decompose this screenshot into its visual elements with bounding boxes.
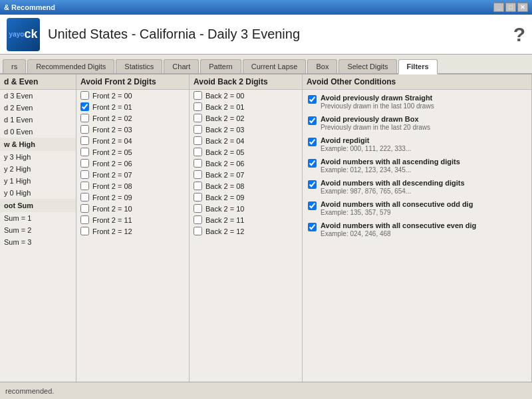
back2-03-checkbox[interactable] (194, 125, 202, 134)
back2-05-checkbox[interactable] (194, 148, 202, 156)
back2-08-checkbox[interactable] (194, 182, 202, 190)
status-text: recommended. (5, 387, 54, 395)
front2-09[interactable]: Front 2 = 09 (76, 192, 189, 203)
back2-09-checkbox[interactable] (194, 193, 202, 201)
back2-05[interactable]: Back 2 = 05 (190, 146, 302, 158)
list-item: y 1 High (0, 175, 76, 187)
avoid-descending-checkbox[interactable] (308, 180, 317, 189)
tab-recommended-digits[interactable]: Recommended Digits (27, 59, 114, 73)
avoid-repdigit: Avoid repdigit Example: 000, 111, 222, 3… (308, 136, 526, 152)
back2-01[interactable]: Back 2 = 01 (190, 101, 302, 112)
avoid-ascending-checkbox[interactable] (308, 159, 317, 168)
back2-07[interactable]: Back 2 = 07 (190, 169, 302, 180)
back2-12-checkbox[interactable] (194, 227, 202, 235)
front2-07-checkbox[interactable] (80, 170, 89, 179)
avoid-repdigit-label: Avoid repdigit (321, 136, 411, 144)
help-icon[interactable]: ? (513, 23, 525, 46)
front2-08[interactable]: Front 2 = 08 (76, 180, 189, 192)
maximize-button[interactable]: □ (505, 3, 516, 12)
back2-04[interactable]: Back 2 = 04 (190, 135, 302, 146)
front2-03[interactable]: Front 2 = 03 (76, 124, 189, 135)
back2-10-checkbox[interactable] (194, 204, 202, 213)
col-front2: Avoid Front 2 Digits Front 2 = 00 Front … (76, 74, 190, 382)
avoid-descending: Avoid numbers with all descending digits… (308, 179, 526, 195)
front2-04[interactable]: Front 2 = 04 (76, 135, 189, 146)
list-item: d 1 Even (0, 114, 76, 126)
tab-pattern[interactable]: Pattern (200, 59, 241, 73)
list-item: d 0 Even (0, 126, 76, 138)
front2-02[interactable]: Front 2 = 02 (76, 112, 189, 124)
back2-00-checkbox[interactable] (194, 91, 202, 100)
col3-header: Avoid Back 2 Digits (190, 74, 302, 90)
back2-00[interactable]: Back 2 = 00 (190, 90, 302, 101)
avoid-consec-odd-label: Avoid numbers with all consecutive odd d… (321, 200, 473, 208)
back2-04-checkbox[interactable] (194, 136, 202, 145)
back2-02-checkbox[interactable] (194, 114, 202, 122)
tab-filters[interactable]: Filters (398, 59, 438, 74)
avoid-descending-label: Avoid numbers with all descending digits (321, 179, 465, 187)
front2-00[interactable]: Front 2 = 00 (76, 90, 189, 101)
front2-12[interactable]: Front 2 = 12 (76, 225, 189, 237)
avoid-descending-desc: Example: 987, 876, 765, 654... (321, 188, 465, 195)
front2-03-checkbox[interactable] (80, 125, 89, 134)
list-item: Sum = 1 (0, 212, 76, 224)
back2-06-checkbox[interactable] (194, 159, 202, 168)
tab-box[interactable]: Box (307, 59, 337, 73)
back2-06[interactable]: Back 2 = 06 (190, 158, 302, 169)
back2-11-checkbox[interactable] (194, 215, 202, 224)
front2-04-checkbox[interactable] (80, 136, 89, 145)
back2-03[interactable]: Back 2 = 03 (190, 124, 302, 135)
front2-01-checkbox[interactable] (80, 102, 89, 111)
minimize-button[interactable]: _ (493, 3, 504, 12)
close-button[interactable]: ✕ (517, 3, 528, 12)
front2-11-checkbox[interactable] (80, 215, 89, 224)
tab-select-digits[interactable]: Select Digits (338, 59, 396, 73)
front2-02-checkbox[interactable] (80, 114, 89, 122)
back2-11[interactable]: Back 2 = 11 (190, 214, 302, 225)
avoid-consec-even-desc: Example: 024, 246, 468 (321, 230, 476, 237)
front2-11[interactable]: Front 2 = 11 (76, 214, 189, 225)
avoid-consec-even-label: Avoid numbers with all consecutive even … (321, 221, 476, 229)
avoid-repdigit-desc: Example: 000, 111, 222, 333... (321, 145, 411, 152)
avoid-ascending: Avoid numbers with all ascending digits … (308, 158, 526, 174)
tab-statistics[interactable]: Statistics (116, 59, 162, 73)
front2-05-checkbox[interactable] (80, 148, 89, 156)
avoid-box-checkbox[interactable] (308, 116, 317, 125)
avoid-straight: Avoid previously drawn Straight Previous… (308, 94, 526, 110)
avoid-straight-checkbox[interactable] (308, 95, 317, 104)
list-item: Sum = 2 (0, 224, 76, 236)
front2-06-checkbox[interactable] (80, 159, 89, 168)
col-back2: Avoid Back 2 Digits Back 2 = 00 Back 2 =… (190, 74, 303, 382)
back2-08[interactable]: Back 2 = 08 (190, 180, 302, 192)
tab-chart[interactable]: Chart (164, 59, 199, 73)
front2-05[interactable]: Front 2 = 05 (76, 146, 189, 158)
front2-07[interactable]: Front 2 = 07 (76, 169, 189, 180)
front2-10-checkbox[interactable] (80, 204, 89, 213)
avoid-box: Avoid previously drawn Box Previously dr… (308, 115, 526, 131)
front2-08-checkbox[interactable] (80, 182, 89, 190)
back2-07-checkbox[interactable] (194, 170, 202, 179)
tab-rs[interactable]: rs (3, 59, 26, 73)
avoid-consec-odd: Avoid numbers with all consecutive odd d… (308, 200, 526, 216)
front2-09-checkbox[interactable] (80, 193, 89, 201)
col1-subheader-sum: oot Sum (0, 199, 76, 212)
front2-12-checkbox[interactable] (80, 227, 89, 235)
front2-06[interactable]: Front 2 = 06 (76, 158, 189, 169)
avoid-consec-even-checkbox[interactable] (308, 223, 317, 231)
tab-current-lapse[interactable]: Current Lapse (243, 59, 307, 73)
back2-09[interactable]: Back 2 = 09 (190, 192, 302, 203)
back2-10[interactable]: Back 2 = 10 (190, 203, 302, 214)
avoid-consec-odd-checkbox[interactable] (308, 201, 317, 210)
back2-02[interactable]: Back 2 = 02 (190, 112, 302, 124)
avoid-repdigit-checkbox[interactable] (308, 138, 317, 146)
list-item: d 2 Even (0, 102, 76, 114)
avoid-section: Avoid previously drawn Straight Previous… (303, 90, 531, 247)
back2-01-checkbox[interactable] (194, 102, 202, 111)
tab-bar: rs Recommended Digits Statistics Chart P… (0, 55, 532, 74)
front2-00-checkbox[interactable] (80, 91, 89, 100)
app-logo: yayo ck (7, 18, 40, 51)
back2-12[interactable]: Back 2 = 12 (190, 225, 302, 237)
avoid-ascending-label: Avoid numbers with all ascending digits (321, 158, 460, 166)
front2-10[interactable]: Front 2 = 10 (76, 203, 189, 214)
front2-01[interactable]: Front 2 = 01 (76, 101, 189, 112)
